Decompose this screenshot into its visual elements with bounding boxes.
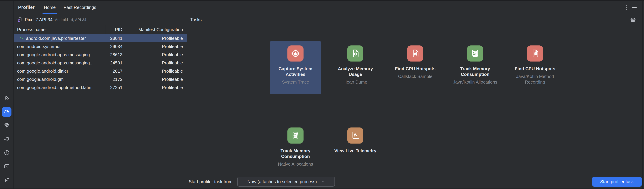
task-card-subtitle: Native Allocations	[273, 161, 318, 167]
task-card-subtitle: Heap Dump	[332, 79, 378, 85]
process-pid: 29034	[106, 44, 125, 49]
sidebar-item-problems[interactable]	[2, 148, 12, 158]
tasks-settings-button[interactable]	[630, 16, 636, 23]
document-chip-icon	[347, 45, 364, 61]
task-card-view-live-telemetry[interactable]: View Live Telemetry	[330, 123, 381, 156]
hide-tool-window-button[interactable]	[632, 7, 637, 8]
task-footer-bar: Start profiler task from Now (attaches t…	[187, 175, 642, 189]
device-name: Pixel 7 API 34	[25, 17, 52, 22]
terminal-icon	[4, 163, 10, 170]
tasks-panel: Tasks Capture System Activities System T…	[187, 14, 642, 189]
process-name: android.com.java.profilertester	[26, 36, 86, 41]
process-pid: 2172	[106, 77, 125, 82]
start-point-dropdown-value: Now (attaches to selected process)	[248, 179, 317, 185]
column-header-manifest-configuration[interactable]: Manifest Configuration	[125, 25, 187, 34]
table-row[interactable]: com.google.android.inputmethod.latin 272…	[14, 83, 187, 92]
task-card-find-cpu-hotspots-callstack[interactable]: Find CPU Hotspots Callstack Sample	[390, 41, 441, 79]
task-card-capture-system-activities[interactable]: Capture System Activities System Trace	[270, 41, 321, 94]
process-name: com.google.android.dialer	[17, 68, 68, 74]
task-card-subtitle: Java/Kotlin Method Recording	[512, 74, 558, 85]
column-header-pid[interactable]: PID	[106, 25, 125, 34]
table-row[interactable]: android.com.java.profilertester 28041 Pr…	[14, 34, 187, 42]
task-card-title: View Live Telemetry	[332, 148, 378, 154]
task-card-subtitle: Java/Kotlin Allocations	[452, 79, 498, 85]
sidebar-item-terminal[interactable]	[2, 162, 12, 172]
task-card-find-cpu-hotspots-method-recording[interactable]: Find CPU Hotspots Java/Kotlin Method Rec…	[509, 41, 561, 85]
process-name: com.google.android.inputmethod.latin	[17, 85, 91, 90]
logcat-cat-icon	[4, 136, 10, 143]
sidebar-item-logcat[interactable]	[2, 135, 12, 144]
profiler-header: Profiler Home Past Recordings	[14, 1, 642, 14]
task-card-title: Analyze Memory Usage	[332, 66, 378, 77]
task-card-track-memory-java-kotlin[interactable]: Track Memory Consumption Java/Kotlin All…	[450, 41, 501, 85]
process-name: com.google.android.gm	[17, 77, 64, 82]
right-edge-stripe	[642, 0, 644, 189]
task-card-title: Find CPU Hotspots	[392, 66, 438, 72]
build-hammer-icon	[4, 95, 10, 102]
cpu-chip-trace-icon	[288, 45, 304, 61]
table-row[interactable]: com.google.android.apps.messaging... 245…	[14, 59, 187, 67]
tab-past-recordings[interactable]: Past Recordings	[62, 1, 98, 14]
task-card-title: Track Memory Consumption	[273, 148, 318, 159]
tab-home[interactable]: Home	[42, 1, 58, 14]
process-pid: 27251	[106, 85, 125, 90]
android-robot-icon	[17, 36, 24, 41]
process-name: com.google.android.apps.messaging...	[17, 60, 94, 66]
sidebar-item-build[interactable]	[2, 93, 12, 103]
process-name: com.android.systemui	[17, 44, 60, 49]
process-table-header: Process name PID Manifest Configuration	[14, 25, 187, 34]
chevron-down-icon	[321, 181, 325, 183]
task-card-track-memory-native[interactable]: Track Memory Consumption Native Allocati…	[270, 123, 321, 167]
tasks-panel-title: Tasks	[190, 17, 202, 22]
ram-stick-icon	[288, 128, 304, 144]
process-name: com.google.android.apps.messaging	[17, 52, 90, 57]
tab-past-recordings-label: Past Recordings	[64, 5, 96, 10]
process-pid: 28041	[106, 36, 125, 41]
gem-icon	[4, 122, 10, 129]
process-manifest: Profileable	[125, 68, 187, 74]
exclamation-circle-icon	[4, 150, 10, 156]
process-pid: 2017	[106, 68, 125, 74]
gear-icon	[630, 16, 636, 23]
tool-window-stripe	[0, 0, 14, 189]
phone-device-icon	[17, 17, 22, 23]
git-branch-icon	[4, 177, 10, 184]
process-manifest: Profileable	[125, 77, 187, 82]
process-pid: 28613	[106, 52, 125, 57]
process-pid: 24501	[106, 60, 125, 66]
process-manifest: Profileable	[125, 60, 187, 66]
document-callstack-dots-icon	[407, 45, 423, 61]
task-card-subtitle: Callstack Sample	[392, 74, 438, 79]
table-row[interactable]: com.android.systemui 29034 Profileable	[14, 42, 187, 51]
table-row[interactable]: com.google.android.gm 2172 Profileable	[14, 75, 187, 83]
memory-diamond-board-icon	[467, 45, 483, 61]
task-card-title: Capture System Activities	[273, 66, 318, 77]
task-card-title: Track Memory Consumption	[452, 66, 498, 77]
device-row: Pixel 7 API 34 Android 14, API 34	[14, 14, 187, 25]
process-manifest: Profileable	[125, 36, 187, 41]
sidebar-item-app-quality-insights[interactable]	[2, 121, 12, 130]
process-manifest: Profileable	[125, 44, 187, 49]
task-card-title: Find CPU Hotspots	[512, 66, 558, 72]
tab-home-label: Home	[44, 5, 56, 10]
process-manifest: Profileable	[125, 85, 187, 90]
profiler-gauge-icon	[4, 109, 10, 115]
process-manifest: Profileable	[125, 52, 187, 57]
device-os-details: Android 14, API 34	[55, 17, 86, 22]
window-top-edge	[0, 0, 644, 1]
start-task-from-label: Start profiler task from	[189, 179, 232, 185]
start-profiler-task-button[interactable]: Start profiler task	[592, 177, 642, 187]
document-method-graph-icon	[527, 45, 543, 61]
table-row[interactable]: com.google.android.dialer 2017 Profileab…	[14, 67, 187, 75]
process-list-panel: Pixel 7 API 34 Android 14, API 34 Proces…	[14, 14, 187, 189]
table-row[interactable]: com.google.android.apps.messaging 28613 …	[14, 51, 187, 59]
task-card-subtitle: System Trace	[273, 79, 318, 85]
sidebar-item-version-control[interactable]	[2, 176, 12, 185]
line-chart-icon	[347, 128, 364, 144]
sidebar-item-profiler[interactable]	[2, 107, 12, 117]
start-point-dropdown[interactable]: Now (attaches to selected process)	[237, 177, 335, 187]
task-card-analyze-memory-usage[interactable]: Analyze Memory Usage Heap Dump	[330, 41, 381, 85]
more-options-button[interactable]	[625, 4, 627, 10]
page-title: Profiler	[18, 5, 34, 10]
column-header-process-name[interactable]: Process name	[14, 25, 106, 34]
